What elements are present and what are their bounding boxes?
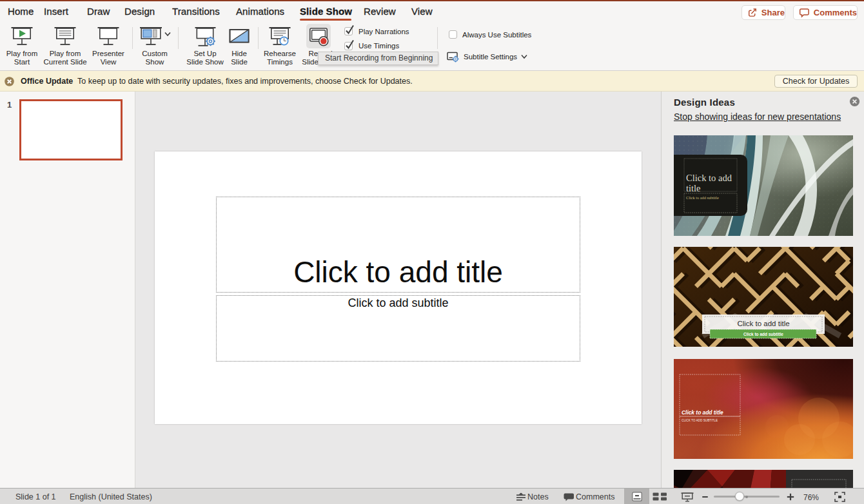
svg-text:Click to add: Click to add — [686, 173, 732, 183]
svg-text:Click to add subtitle: Click to add subtitle — [743, 332, 783, 336]
svg-text:Click to add title: Click to add title — [737, 320, 789, 327]
svg-text:Click to add subtitle: Click to add subtitle — [686, 195, 719, 200]
svg-text:Click to add title: Click to add title — [682, 409, 723, 416]
svg-text:CLICK TO ADD SUBTITLE: CLICK TO ADD SUBTITLE — [682, 419, 718, 422]
svg-text:title: title — [686, 183, 701, 193]
